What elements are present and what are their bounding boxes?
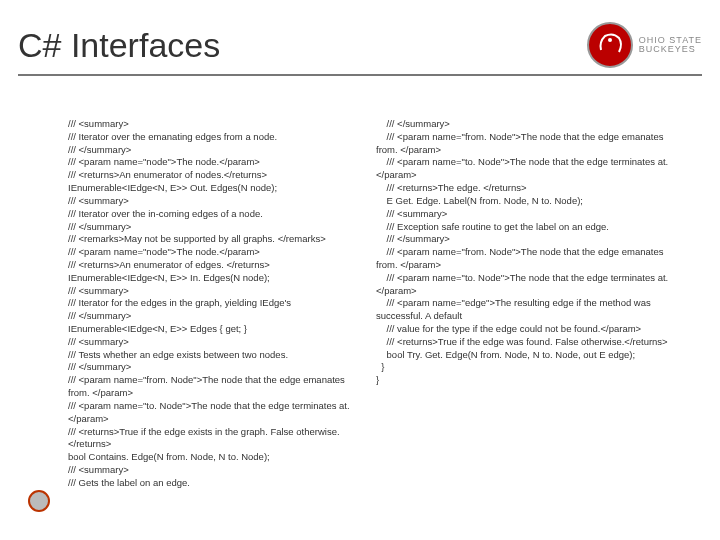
accent-dot-icon (28, 490, 50, 512)
logo-text: OHIO STATE BUCKEYES (639, 36, 702, 54)
page-title: C# Interfaces (18, 26, 220, 65)
logo: OHIO STATE BUCKEYES (587, 22, 702, 68)
buckeye-icon (587, 22, 633, 68)
title-rule (18, 74, 702, 76)
code-column-right: /// </summary> /// <param name="from. No… (376, 118, 676, 540)
svg-point-0 (608, 38, 612, 42)
code-column-left: /// <summary> /// Iterator over the eman… (68, 118, 368, 540)
content-area: /// <summary> /// Iterator over the eman… (0, 118, 720, 540)
slide: C# Interfaces OHIO STATE BUCKEYES /// <s… (0, 0, 720, 540)
logo-line2: BUCKEYES (639, 45, 702, 54)
title-row: C# Interfaces OHIO STATE BUCKEYES (18, 18, 702, 72)
